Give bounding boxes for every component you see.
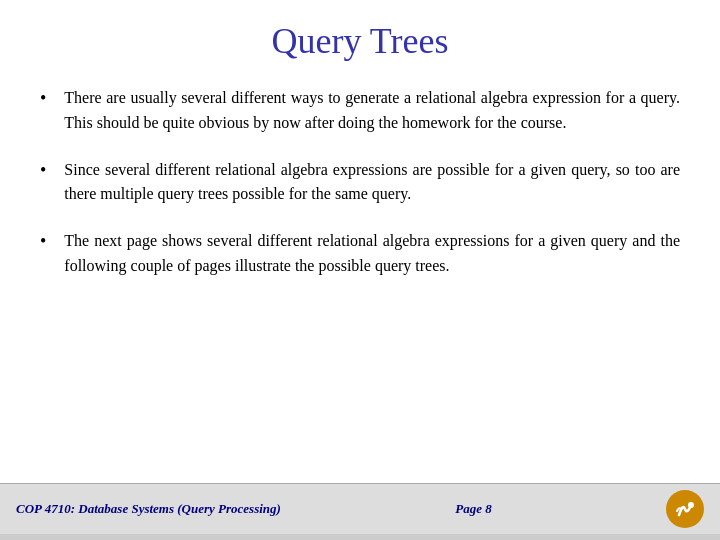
bottom-strip [0, 534, 720, 540]
slide-title: Query Trees [40, 20, 680, 62]
bullet-text-3: The next page shows several different re… [64, 229, 680, 279]
footer-course-label: COP 4710: Database Systems (Query Proces… [16, 501, 281, 517]
bullet-text-1: There are usually several different ways… [64, 86, 680, 136]
bullet-dot-3: • [40, 231, 46, 252]
bullet-item-1: • There are usually several different wa… [40, 86, 680, 136]
footer-page-label: Page 8 [455, 501, 491, 517]
bullet-dot-2: • [40, 160, 46, 181]
bullet-dot-1: • [40, 88, 46, 109]
bullet-item-2: • Since several different relational alg… [40, 158, 680, 208]
svg-point-1 [688, 502, 694, 508]
bullet-text-2: Since several different relational algeb… [64, 158, 680, 208]
slide-container: Query Trees • There are usually several … [0, 0, 720, 540]
bullet-item-3: • The next page shows several different … [40, 229, 680, 279]
footer-logo [666, 490, 704, 528]
main-content: Query Trees • There are usually several … [0, 0, 720, 483]
slide-footer: COP 4710: Database Systems (Query Proces… [0, 483, 720, 534]
